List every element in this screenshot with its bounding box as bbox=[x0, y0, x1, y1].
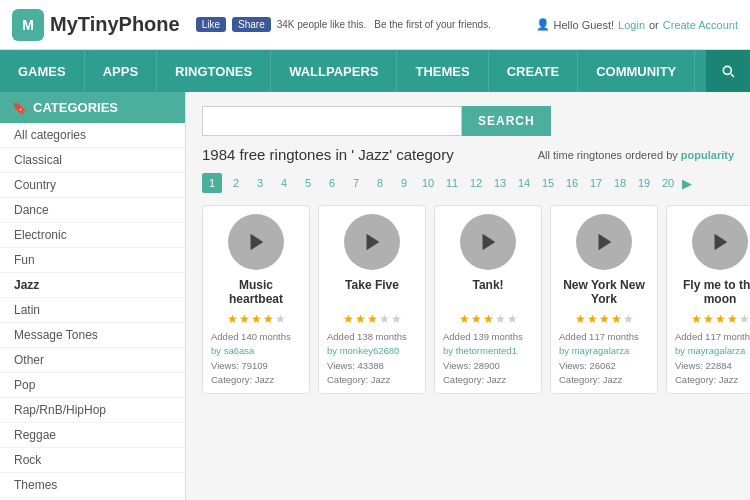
star-4: ★ bbox=[263, 312, 274, 326]
play-button[interactable] bbox=[228, 214, 284, 270]
card-added: Added 140 months bbox=[211, 330, 301, 344]
sidebar-item-reggae[interactable]: Reggae bbox=[0, 423, 185, 448]
card-category: Category: Jazz bbox=[443, 373, 533, 387]
card-title: Take Five bbox=[345, 278, 399, 306]
sidebar-item-themes[interactable]: Themes bbox=[0, 473, 185, 498]
page-10[interactable]: 10 bbox=[418, 173, 438, 193]
bookmark-icon: 🔖 bbox=[12, 101, 27, 115]
sidebar-item-pop[interactable]: Pop bbox=[0, 373, 185, 398]
play-button[interactable] bbox=[344, 214, 400, 270]
nav-apps[interactable]: APPS bbox=[85, 50, 157, 92]
card-views: Views: 28900 bbox=[443, 359, 533, 373]
sidebar-item-fun[interactable]: Fun bbox=[0, 248, 185, 273]
star-3: ★ bbox=[599, 312, 610, 326]
page-19[interactable]: 19 bbox=[634, 173, 654, 193]
nav-wallpapers[interactable]: WALLPAPERS bbox=[271, 50, 397, 92]
logo[interactable]: M MyTinyPhone bbox=[12, 9, 180, 41]
page-20[interactable]: 20 bbox=[658, 173, 678, 193]
sidebar-item-electronic[interactable]: Electronic bbox=[0, 223, 185, 248]
page-3[interactable]: 3 bbox=[250, 173, 270, 193]
page-12[interactable]: 12 bbox=[466, 173, 486, 193]
card-added: Added 117 months bbox=[559, 330, 649, 344]
user-icon: 👤 bbox=[536, 18, 550, 31]
nav-search-button[interactable] bbox=[706, 50, 750, 92]
fb-share-button[interactable]: Share bbox=[232, 17, 271, 32]
sidebar-item-classical[interactable]: Classical bbox=[0, 148, 185, 173]
star-2: ★ bbox=[587, 312, 598, 326]
nav-games[interactable]: GAMES bbox=[0, 50, 85, 92]
play-icon bbox=[477, 231, 499, 253]
page-14[interactable]: 14 bbox=[514, 173, 534, 193]
sidebar-item-all-categories[interactable]: All categories bbox=[0, 123, 185, 148]
page-17[interactable]: 17 bbox=[586, 173, 606, 193]
nav-themes[interactable]: THEMES bbox=[397, 50, 488, 92]
page-13[interactable]: 13 bbox=[490, 173, 510, 193]
star-1: ★ bbox=[343, 312, 354, 326]
logo-text: MyTinyPhone bbox=[50, 13, 180, 36]
login-link[interactable]: Login bbox=[618, 19, 645, 31]
create-account-link[interactable]: Create Account bbox=[663, 19, 738, 31]
page-9[interactable]: 9 bbox=[394, 173, 414, 193]
sort-value: popularity bbox=[681, 149, 734, 161]
pagination-next[interactable]: ▶ bbox=[682, 176, 692, 191]
card-stars: ★★★★★ bbox=[459, 312, 518, 326]
page-5[interactable]: 5 bbox=[298, 173, 318, 193]
page-6[interactable]: 6 bbox=[322, 173, 342, 193]
play-icon bbox=[361, 231, 383, 253]
star-1: ★ bbox=[691, 312, 702, 326]
search-bar: SEARCH bbox=[202, 106, 734, 136]
page-1[interactable]: 1 bbox=[202, 173, 222, 193]
sidebar-item-other[interactable]: Other bbox=[0, 348, 185, 373]
star-1: ★ bbox=[575, 312, 586, 326]
star-4: ★ bbox=[495, 312, 506, 326]
card-title: Music heartbeat bbox=[211, 278, 301, 306]
search-input[interactable] bbox=[202, 106, 462, 136]
star-5: ★ bbox=[623, 312, 634, 326]
star-3: ★ bbox=[715, 312, 726, 326]
play-button[interactable] bbox=[692, 214, 748, 270]
sidebar-item-latin[interactable]: Latin bbox=[0, 298, 185, 323]
page-11[interactable]: 11 bbox=[442, 173, 462, 193]
card-meta: Added 138 monthsby monkey62680Views: 433… bbox=[327, 330, 417, 387]
fb-like-button[interactable]: Like bbox=[196, 17, 226, 32]
svg-marker-1 bbox=[367, 234, 380, 251]
card-views: Views: 79109 bbox=[211, 359, 301, 373]
sidebar-item-rock[interactable]: Rock bbox=[0, 448, 185, 473]
page-18[interactable]: 18 bbox=[610, 173, 630, 193]
play-button[interactable] bbox=[460, 214, 516, 270]
nav-bar: GAMES APPS RINGTONES WALLPAPERS THEMES C… bbox=[0, 50, 750, 92]
play-icon bbox=[245, 231, 267, 253]
page-15[interactable]: 15 bbox=[538, 173, 558, 193]
card-stars: ★★★★★ bbox=[343, 312, 402, 326]
sidebar-header: 🔖 CATEGORIES bbox=[0, 92, 185, 123]
logo-icon: M bbox=[12, 9, 44, 41]
star-4: ★ bbox=[727, 312, 738, 326]
card-title: Fly me to the moon bbox=[675, 278, 750, 306]
sidebar: 🔖 CATEGORIES All categoriesClassicalCoun… bbox=[0, 92, 186, 500]
ringtone-card: Fly me to the moon★★★★★Added 117 monthsb… bbox=[666, 205, 750, 394]
nav-community[interactable]: COMMUNITY bbox=[578, 50, 695, 92]
nav-create[interactable]: CREATE bbox=[489, 50, 578, 92]
star-3: ★ bbox=[367, 312, 378, 326]
search-button[interactable]: SEARCH bbox=[462, 106, 551, 136]
page-2[interactable]: 2 bbox=[226, 173, 246, 193]
star-2: ★ bbox=[355, 312, 366, 326]
svg-marker-4 bbox=[715, 234, 728, 251]
sidebar-item-jazz[interactable]: Jazz bbox=[0, 273, 185, 298]
ringtone-card: New York New York★★★★★Added 117 monthsby… bbox=[550, 205, 658, 394]
sidebar-item-country[interactable]: Country bbox=[0, 173, 185, 198]
card-views: Views: 43388 bbox=[327, 359, 417, 373]
sidebar-item-dance[interactable]: Dance bbox=[0, 198, 185, 223]
card-by: by monkey62680 bbox=[327, 344, 417, 358]
play-button[interactable] bbox=[576, 214, 632, 270]
sidebar-item-message-tones[interactable]: Message Tones bbox=[0, 323, 185, 348]
ringtone-card: Take Five★★★★★Added 138 monthsby monkey6… bbox=[318, 205, 426, 394]
page-4[interactable]: 4 bbox=[274, 173, 294, 193]
nav-ringtones[interactable]: RINGTONES bbox=[157, 50, 271, 92]
page-16[interactable]: 16 bbox=[562, 173, 582, 193]
page-8[interactable]: 8 bbox=[370, 173, 390, 193]
sidebar-item-rap/rnb/hiphop[interactable]: Rap/RnB/HipHop bbox=[0, 398, 185, 423]
ringtone-card: Music heartbeat★★★★★Added 140 monthsby s… bbox=[202, 205, 310, 394]
star-1: ★ bbox=[459, 312, 470, 326]
page-7[interactable]: 7 bbox=[346, 173, 366, 193]
